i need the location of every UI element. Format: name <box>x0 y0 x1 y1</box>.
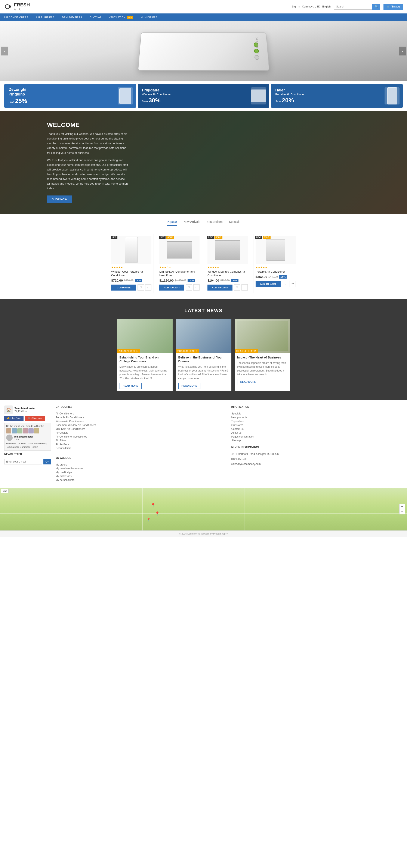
compare-button-2[interactable]: ⇄ <box>193 284 200 290</box>
hero-next-button[interactable]: › <box>399 47 406 56</box>
news-text-3: Thousands of people dream of having thei… <box>237 361 288 376</box>
my-addresses-link[interactable]: My addresses <box>56 475 227 478</box>
nav-item-air-purifiers[interactable]: AIR PURIFIERS <box>32 13 58 21</box>
news-image-2: 2014-10-15 09:46:34 <box>176 319 231 353</box>
price-current-1: $720.00 <box>111 279 123 282</box>
map-control-item[interactable]: Map <box>2 490 8 493</box>
promo-text-1: DeLonghi Pinguino Save 25% <box>8 87 27 104</box>
read-more-button-3[interactable]: READ MORE <box>237 379 259 385</box>
category-link-7[interactable]: Air Conditioner Accessories <box>56 435 227 438</box>
product-actions-4: ADD TO CART ♡ ⇄ <box>256 281 296 287</box>
product-image-3 <box>207 236 248 264</box>
info-top-sellers-link[interactable]: Top sellers <box>231 420 403 423</box>
news-heading-1[interactable]: Establishing Your Brand on College Campu… <box>120 355 170 363</box>
product-name-3[interactable]: Window-Mounted Compact Air Conditioner <box>207 270 248 277</box>
promo-banner-1[interactable]: DeLonghi Pinguino Save 25% <box>4 84 136 108</box>
nav-item-dehumidifiers[interactable]: DEHUMIDIFIERS <box>58 13 86 21</box>
my-personal-link[interactable]: My personal info <box>56 478 227 482</box>
nav-item-air-conditioners[interactable]: AIR CONDITIONERS <box>0 13 32 21</box>
promo-save-3: Save 20% <box>275 97 304 104</box>
product-name-2[interactable]: Mini Split Air Conditioner and Heat Pump <box>159 270 200 277</box>
tab-specials[interactable]: Specials <box>229 220 240 226</box>
main-nav: AIR CONDITIONERS AIR PURIFIERS DEHUMIDIF… <box>0 13 407 21</box>
info-specials-link[interactable]: Specials <box>231 412 403 415</box>
category-link-1[interactable]: Air Conditioners <box>56 412 227 415</box>
nav-item-ducting[interactable]: DUCTING <box>86 13 105 21</box>
promo-banner-2[interactable]: Frigidaire Window Air Conditioner Save 3… <box>138 84 269 108</box>
footer-grid: 🏠 TemplateMonster 74,139 likes 👍 Like Pa… <box>4 405 403 483</box>
category-link-8[interactable]: Air Filters <box>56 439 227 442</box>
compare-button-4[interactable]: ⇄ <box>290 281 296 287</box>
promo-img-3 <box>384 87 400 104</box>
badge-new-2: NEW <box>159 236 166 239</box>
info-about-link[interactable]: About us <box>231 431 403 434</box>
map-pin-1: 📍 <box>151 503 156 508</box>
my-orders-link[interactable]: My orders <box>56 463 227 466</box>
map-zoom-in-button[interactable]: + <box>400 504 405 509</box>
read-more-button-2[interactable]: READ MORE <box>178 383 200 389</box>
newsletter-submit-button[interactable]: OK <box>43 459 51 464</box>
category-link-3[interactable]: Window Air Conditioners <box>56 420 227 423</box>
nav-item-ventilation[interactable]: VENTILATION NEW <box>105 13 137 21</box>
logo[interactable]: FRESH AIR <box>4 2 30 11</box>
news-heading-2[interactable]: Believe in the Business of Your Dreams <box>178 355 229 363</box>
category-link-2[interactable]: Portable Air Conditioners <box>56 416 227 419</box>
news-heading-3[interactable]: Impact - The Heart of Business <box>237 355 288 359</box>
hero-prev-button[interactable]: ‹ <box>1 47 8 56</box>
tab-new-arrivals[interactable]: New Arrivals <box>183 220 200 226</box>
tab-popular[interactable]: Popular <box>167 220 177 226</box>
map-zoom-out-button[interactable]: − <box>400 509 405 514</box>
cart-button[interactable]: 🛒 (Empty) <box>383 4 403 10</box>
wishlist-button-3[interactable]: ♡ <box>234 284 240 290</box>
promo-model-1: Pinguino <box>8 92 27 97</box>
tab-best-sellers[interactable]: Best Sellers <box>207 220 223 226</box>
language-selector[interactable]: English <box>322 5 331 8</box>
info-contact-link[interactable]: Contact us <box>231 428 403 431</box>
news-image-1: 2014-10-15 09:46:34 <box>117 319 173 353</box>
footer-logo-img: 🏠 <box>4 405 13 414</box>
info-pages-link[interactable]: Pages configuration <box>231 435 403 438</box>
search-input[interactable] <box>334 4 372 10</box>
wishlist-button-1[interactable]: ♡ <box>138 284 144 290</box>
category-link-6[interactable]: Air Coolers <box>56 431 227 434</box>
shop-now-social-button[interactable]: 🛒 Shop Now <box>25 416 45 421</box>
wishlist-button-4[interactable]: ♡ <box>282 281 288 287</box>
news-text-2: What is stopping you from believing in t… <box>178 365 229 380</box>
search-button[interactable]: 🔍 <box>372 4 380 10</box>
currency-selector[interactable]: Currency : USD <box>302 5 320 8</box>
news-img-bg-3: 2014-10-15 09:46:34 <box>235 319 290 353</box>
add-to-cart-button-4[interactable]: ADD TO CART <box>256 281 281 287</box>
shop-now-button[interactable]: SHOP NOW <box>47 195 72 203</box>
read-more-button-1[interactable]: READ MORE <box>120 383 142 389</box>
logo-fresh-text: FRESH <box>14 2 30 8</box>
my-credit-link[interactable]: My credit slips <box>56 471 227 474</box>
sign-in-link[interactable]: Sign In <box>292 5 300 8</box>
category-link-5[interactable]: Mini-Split Air Conditioners <box>56 428 227 431</box>
my-returns-link[interactable]: My merchandise returns <box>56 467 227 470</box>
info-sitemap-link[interactable]: Sitemap <box>231 439 403 442</box>
category-link-4[interactable]: Casement Window Air Conditioners <box>56 424 227 427</box>
add-to-cart-button-2[interactable]: ADD TO CART <box>159 285 184 290</box>
product-stars-4: ★★★★★ <box>256 266 296 269</box>
add-to-cart-button-3[interactable]: ADD TO CART <box>207 285 232 290</box>
promo-banner-3[interactable]: Haier Portable Air Conditioner Save 20% <box>271 84 403 108</box>
promo-brand-1: DeLonghi <box>8 87 27 92</box>
nav-item-humidifiers[interactable]: HUMIDIFIERS <box>137 13 161 21</box>
news-content-3: Impact - The Heart of Business Thousands… <box>235 353 290 388</box>
compare-button-3[interactable]: ⇄ <box>241 284 248 290</box>
product-name-1[interactable]: Whisper Cool Portable Air Conditioner <box>111 270 151 277</box>
info-new-products-link[interactable]: New products <box>231 416 403 419</box>
facebook-like-button[interactable]: 👍 Like Page <box>4 416 24 421</box>
category-link-9[interactable]: Air Purifiers <box>56 443 227 446</box>
product-price-4: $352.00 $440.00 -20% <box>256 275 296 279</box>
cart-label: (Empty) <box>391 5 400 8</box>
customize-button-1[interactable]: CUSTOMIZE <box>111 285 136 290</box>
wishlist-button-2[interactable]: ♡ <box>186 284 192 290</box>
newsletter-email-input[interactable] <box>4 459 42 464</box>
product-name-4[interactable]: Portable Air Conditioner <box>256 270 296 274</box>
category-link-10[interactable]: Dehumidifiers <box>56 447 227 450</box>
fb-avatar-5 <box>28 428 34 433</box>
info-our-stores-link[interactable]: Our stores <box>231 424 403 427</box>
compare-button-1[interactable]: ⇄ <box>145 284 151 290</box>
map-controls: Map <box>1 489 8 493</box>
